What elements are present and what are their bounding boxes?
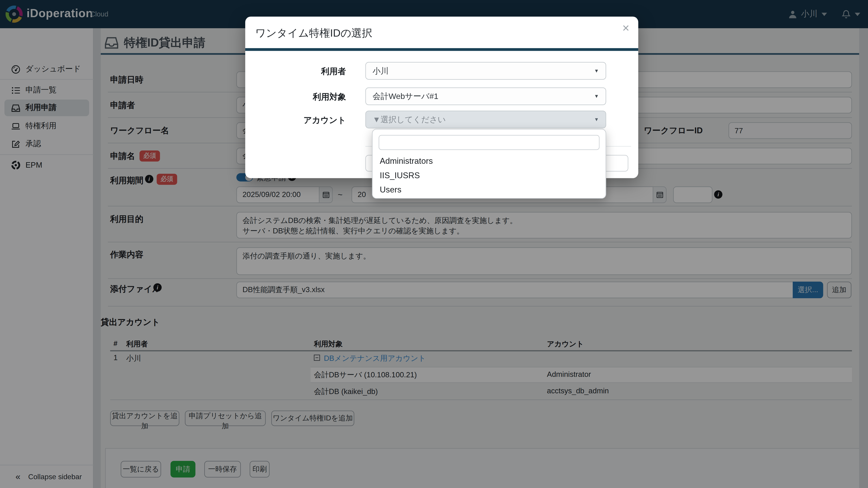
- dropdown-option[interactable]: IIS_IUSRS: [373, 168, 607, 183]
- account-dropdown: Administrators IIS_IUSRS Users: [372, 129, 606, 199]
- app-window: iDoperation Cloud 小川 ダッシュボード: [0, 0, 868, 488]
- modal-header-border: [245, 48, 638, 51]
- modal-account-select[interactable]: ▼選択してください▼: [365, 111, 606, 128]
- chevron-down-icon: ▼: [594, 88, 599, 104]
- modal-target-select[interactable]: 会計Webサーバ#1▼: [365, 88, 606, 105]
- modal-user-select[interactable]: 小川▼: [365, 62, 606, 79]
- chevron-down-icon: ▼: [594, 111, 599, 128]
- dropdown-option[interactable]: Administrators: [373, 154, 607, 168]
- close-icon[interactable]: ×: [622, 21, 629, 35]
- dropdown-option[interactable]: Users: [373, 183, 607, 197]
- modal-account-label: アカウント: [255, 115, 346, 126]
- modal-target-label: 利用対象: [255, 92, 346, 103]
- dropdown-search-input[interactable]: [379, 135, 599, 150]
- chevron-down-icon: ▼: [594, 63, 599, 79]
- modal-user-label: 利用者: [255, 66, 346, 77]
- modal-title: ワンタイム特権IDの選択: [255, 26, 372, 40]
